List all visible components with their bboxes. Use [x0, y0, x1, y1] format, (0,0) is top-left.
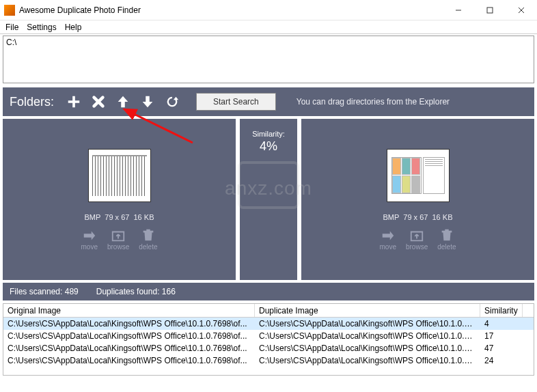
- similarity-column: Similarity: 4%: [240, 119, 297, 280]
- original-actions: move browse delete: [81, 228, 158, 251]
- move-down-icon[interactable]: [139, 93, 156, 111]
- menu-file[interactable]: File: [5, 23, 18, 32]
- results-table[interactable]: Original Image Duplicate Image Similarit…: [3, 303, 534, 376]
- col-similarity[interactable]: Similarity: [480, 304, 523, 317]
- table-row[interactable]: C:\Users\CS\AppData\Local\Kingsoft\WPS O…: [3, 354, 534, 367]
- folder-path: C:\: [6, 38, 16, 47]
- table-row[interactable]: C:\Users\CS\AppData\Local\Kingsoft\WPS O…: [3, 330, 534, 342]
- svg-rect-1: [487, 8, 493, 13]
- cell-similarity: 24: [480, 356, 523, 365]
- folders-label: Folders:: [10, 95, 54, 109]
- cell-similarity: 4: [480, 319, 523, 328]
- compare-area: BMP 79 x 67 16 KB move browse delete Sim…: [3, 119, 534, 280]
- remove-folder-icon[interactable]: [90, 93, 107, 111]
- cell-duplicate: C:\Users\CS\AppData\Local\Kingsoft\WPS O…: [255, 356, 480, 365]
- cell-original: C:\Users\CS\AppData\Local\Kingsoft\WPS O…: [3, 344, 255, 353]
- add-folder-icon[interactable]: [65, 93, 83, 111]
- table-header: Original Image Duplicate Image Similarit…: [3, 304, 534, 318]
- original-panel: BMP 79 x 67 16 KB move browse delete: [3, 119, 236, 280]
- original-delete-button[interactable]: delete: [139, 228, 157, 251]
- table-row[interactable]: C:\Users\CS\AppData\Local\Kingsoft\WPS O…: [3, 318, 534, 330]
- menu-help[interactable]: Help: [65, 23, 82, 32]
- original-info: BMP 79 x 67 16 KB: [85, 213, 154, 221]
- duplicate-panel: BMP 79 x 67 16 KB move browse delete: [301, 119, 534, 280]
- cell-duplicate: C:\Users\CS\AppData\Local\Kingsoft\WPS O…: [255, 344, 480, 353]
- cell-duplicate: C:\Users\CS\AppData\Local\Kingsoft\WPS O…: [255, 331, 480, 341]
- cell-original: C:\Users\CS\AppData\Local\Kingsoft\WPS O…: [3, 319, 255, 328]
- app-icon: [4, 5, 15, 16]
- files-scanned: Files scanned: 489: [10, 287, 79, 296]
- original-move-button[interactable]: move: [81, 228, 98, 251]
- duplicate-move-button[interactable]: move: [380, 228, 396, 251]
- cell-duplicate: C:\Users\CS\AppData\Local\Kingsoft\WPS O…: [255, 319, 480, 328]
- toolbar: Folders: Start Search You can drag direc…: [3, 87, 534, 116]
- col-original[interactable]: Original Image: [3, 304, 255, 317]
- cell-similarity: 17: [480, 331, 523, 341]
- move-up-icon[interactable]: [114, 93, 132, 111]
- drag-hint: You can drag directories from the Explor…: [297, 97, 450, 107]
- duplicates-found: Duplicates found: 166: [96, 287, 176, 296]
- titlebar: Awesome Duplicate Photo Finder: [0, 0, 537, 20]
- cell-similarity: 47: [480, 344, 523, 353]
- duplicate-delete-button[interactable]: delete: [437, 228, 456, 251]
- cell-original: C:\Users\CS\AppData\Local\Kingsoft\WPS O…: [3, 356, 255, 365]
- col-duplicate[interactable]: Duplicate Image: [255, 304, 480, 317]
- similarity-label: Similarity:: [252, 130, 285, 138]
- refresh-icon[interactable]: [163, 93, 181, 111]
- menubar: File Settings Help: [0, 20, 537, 34]
- original-browse-button[interactable]: browse: [107, 228, 129, 251]
- minimize-button[interactable]: [443, 0, 474, 20]
- start-search-button[interactable]: Start Search: [196, 93, 276, 111]
- table-body: C:\Users\CS\AppData\Local\Kingsoft\WPS O…: [3, 318, 534, 367]
- menu-settings[interactable]: Settings: [27, 23, 56, 32]
- duplicate-browse-button[interactable]: browse: [406, 228, 428, 251]
- similarity-value: 4%: [260, 139, 277, 154]
- duplicate-actions: move browse delete: [380, 228, 456, 251]
- table-row[interactable]: C:\Users\CS\AppData\Local\Kingsoft\WPS O…: [3, 342, 534, 354]
- duplicate-info: BMP 79 x 67 16 KB: [383, 213, 453, 221]
- duplicate-thumbnail[interactable]: [387, 149, 450, 202]
- close-button[interactable]: [506, 0, 537, 20]
- status-bar: Files scanned: 489 Duplicates found: 166: [3, 283, 534, 300]
- original-thumbnail[interactable]: [88, 149, 151, 202]
- window-title: Awesome Duplicate Photo Finder: [19, 5, 443, 15]
- maximize-button[interactable]: [474, 0, 506, 20]
- cell-original: C:\Users\CS\AppData\Local\Kingsoft\WPS O…: [3, 331, 255, 341]
- window-controls: [443, 0, 537, 20]
- folder-list[interactable]: C:\: [3, 36, 534, 83]
